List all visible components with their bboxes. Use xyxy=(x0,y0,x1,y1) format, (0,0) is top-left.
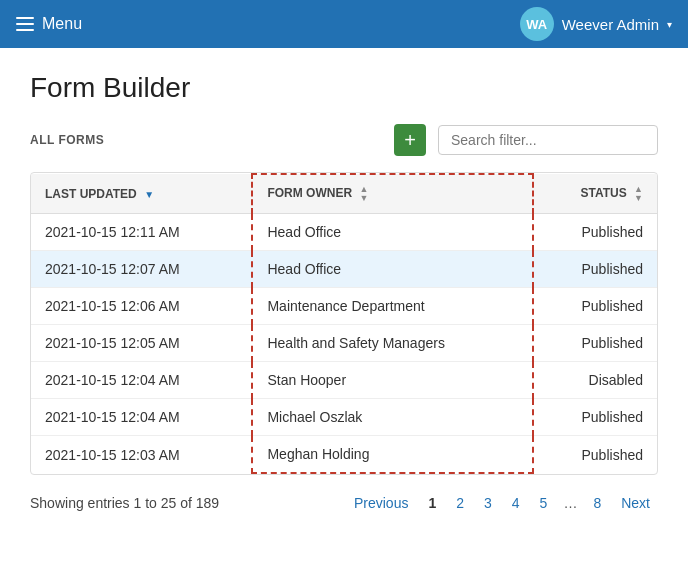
cell-form-owner: Michael Oszlak xyxy=(252,399,533,436)
cell-form-owner: Head Office xyxy=(252,251,533,288)
col-last-updated[interactable]: LAST UPDATED ▼ xyxy=(31,174,252,214)
sort-down-icon: ▼ xyxy=(144,189,154,200)
pagination-controls: Previous 1 2 3 4 5 … 8 Next xyxy=(346,491,658,515)
table-row[interactable]: 2021-10-15 12:06 AMMaintenance Departmen… xyxy=(31,288,657,325)
cell-last-updated: 2021-10-15 12:06 AM xyxy=(31,288,252,325)
cell-last-updated: 2021-10-15 12:04 AM xyxy=(31,399,252,436)
page-4-button[interactable]: 4 xyxy=(504,491,528,515)
menu-label: Menu xyxy=(42,15,82,33)
toolbar: ALL FORMS + xyxy=(30,124,658,156)
table-row[interactable]: 2021-10-15 12:11 AMHead OfficePublished xyxy=(31,214,657,251)
table-row[interactable]: 2021-10-15 12:04 AMMichael OszlakPublish… xyxy=(31,399,657,436)
user-dropdown-icon[interactable]: ▾ xyxy=(667,19,672,30)
page-content: Form Builder ALL FORMS + LAST UPDATED ▼ … xyxy=(0,48,688,539)
pagination-summary: Showing entries 1 to 25 of 189 xyxy=(30,495,219,511)
table-row[interactable]: 2021-10-15 12:03 AMMeghan HoldingPublish… xyxy=(31,436,657,474)
page-title: Form Builder xyxy=(30,72,658,104)
cell-form-owner: Health and Safety Managers xyxy=(252,325,533,362)
user-name: Weever Admin xyxy=(562,16,659,33)
table-row[interactable]: 2021-10-15 12:05 AMHealth and Safety Man… xyxy=(31,325,657,362)
col-status[interactable]: STATUS ▲▼ xyxy=(533,174,657,214)
cell-form-owner: Maintenance Department xyxy=(252,288,533,325)
cell-status: Published xyxy=(533,436,657,474)
cell-last-updated: 2021-10-15 12:04 AM xyxy=(31,362,252,399)
cell-status: Published xyxy=(533,325,657,362)
app-header: Menu WA Weever Admin ▾ xyxy=(0,0,688,48)
forms-table: LAST UPDATED ▼ FORM OWNER ▲▼ STATUS ▲▼ 2… xyxy=(31,173,657,474)
user-info: WA Weever Admin ▾ xyxy=(520,7,672,41)
page-3-button[interactable]: 3 xyxy=(476,491,500,515)
cell-last-updated: 2021-10-15 12:11 AM xyxy=(31,214,252,251)
avatar: WA xyxy=(520,7,554,41)
previous-button[interactable]: Previous xyxy=(346,491,416,515)
search-input[interactable] xyxy=(438,125,658,155)
add-form-button[interactable]: + xyxy=(394,124,426,156)
forms-table-wrapper: LAST UPDATED ▼ FORM OWNER ▲▼ STATUS ▲▼ 2… xyxy=(30,172,658,475)
cell-status: Disabled xyxy=(533,362,657,399)
cell-status: Published xyxy=(533,251,657,288)
page-ellipsis: … xyxy=(559,491,581,515)
table-body: 2021-10-15 12:11 AMHead OfficePublished2… xyxy=(31,214,657,474)
cell-status: Published xyxy=(533,214,657,251)
menu-button[interactable]: Menu xyxy=(16,15,82,33)
cell-status: Published xyxy=(533,399,657,436)
cell-last-updated: 2021-10-15 12:03 AM xyxy=(31,436,252,474)
next-button[interactable]: Next xyxy=(613,491,658,515)
table-row[interactable]: 2021-10-15 12:04 AMStan HooperDisabled xyxy=(31,362,657,399)
sort-arrows-icon-status: ▲▼ xyxy=(634,185,643,203)
page-2-button[interactable]: 2 xyxy=(448,491,472,515)
cell-status: Published xyxy=(533,288,657,325)
cell-form-owner: Head Office xyxy=(252,214,533,251)
page-5-button[interactable]: 5 xyxy=(532,491,556,515)
sort-arrows-icon: ▲▼ xyxy=(359,185,368,203)
toolbar-label: ALL FORMS xyxy=(30,133,104,147)
page-1-button[interactable]: 1 xyxy=(420,491,444,515)
cell-form-owner: Stan Hooper xyxy=(252,362,533,399)
cell-form-owner: Meghan Holding xyxy=(252,436,533,474)
col-form-owner[interactable]: FORM OWNER ▲▼ xyxy=(252,174,533,214)
table-header: LAST UPDATED ▼ FORM OWNER ▲▼ STATUS ▲▼ xyxy=(31,174,657,214)
page-8-button[interactable]: 8 xyxy=(585,491,609,515)
cell-last-updated: 2021-10-15 12:07 AM xyxy=(31,251,252,288)
pagination-row: Showing entries 1 to 25 of 189 Previous … xyxy=(30,491,658,515)
table-row[interactable]: 2021-10-15 12:07 AMHead OfficePublished xyxy=(31,251,657,288)
cell-last-updated: 2021-10-15 12:05 AM xyxy=(31,325,252,362)
hamburger-icon xyxy=(16,17,34,31)
